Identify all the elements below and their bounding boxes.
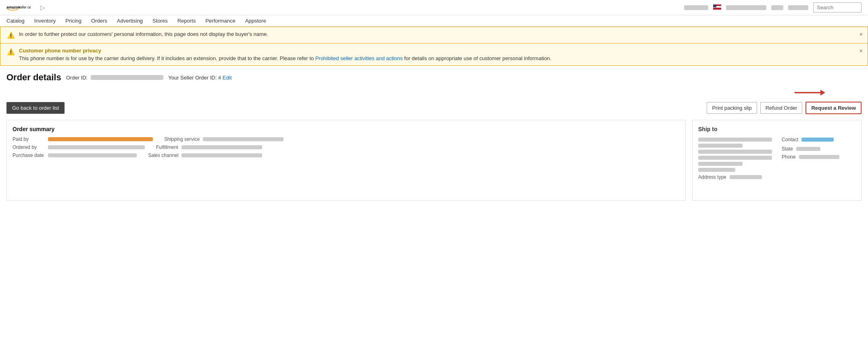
phone-value bbox=[799, 155, 839, 159]
order-summary-row-1: Paid by Shipping service bbox=[13, 136, 680, 142]
state-value bbox=[796, 147, 820, 151]
nav-appstore[interactable]: Appstore bbox=[245, 18, 266, 24]
nav-pricing[interactable]: Pricing bbox=[65, 18, 81, 24]
order-id-value bbox=[91, 75, 163, 80]
svg-text:amazon: amazon bbox=[6, 5, 20, 9]
addr-line-3 bbox=[698, 150, 772, 154]
row1-value-2 bbox=[203, 137, 284, 141]
address-type-value bbox=[730, 175, 762, 179]
alert-phone-content: Customer phone number privacy This phone… bbox=[19, 48, 861, 61]
svg-marker-8 bbox=[820, 90, 825, 95]
row1-label2: Shipping service bbox=[164, 136, 200, 142]
main-content: Order details Order ID: Your Seller Orde… bbox=[0, 66, 868, 201]
alert-phone-close[interactable]: × bbox=[860, 48, 863, 54]
address-type-label: Address type bbox=[698, 174, 726, 180]
order-summary-row-2: Ordered by Fulfillment bbox=[13, 144, 680, 150]
nav-orders[interactable]: Orders bbox=[91, 18, 107, 24]
account-name-blurred bbox=[684, 5, 708, 10]
nav-right: Search bbox=[684, 2, 862, 13]
top-nav: amazon seller central ▷ Search bbox=[0, 0, 868, 15]
alert-phone-banner: ⚠️ Customer phone number privacy This ph… bbox=[0, 44, 868, 66]
alert-privacy-banner: ⚠️ In order to further protect our custo… bbox=[0, 27, 868, 44]
ship-address: Address type bbox=[698, 136, 772, 180]
svg-rect-6 bbox=[713, 4, 716, 7]
arrow-container bbox=[6, 87, 862, 100]
addr-line-6 bbox=[698, 168, 735, 172]
nav-advertising[interactable]: Advertising bbox=[117, 18, 143, 24]
ship-to-columns: Address type Contact State Phone bbox=[698, 136, 855, 180]
row2-value-1 bbox=[48, 145, 145, 149]
order-summary-title: Order summary bbox=[13, 126, 680, 132]
nav-performance[interactable]: Performance bbox=[205, 18, 235, 24]
alert-phone-title: Customer phone number privacy bbox=[19, 48, 853, 54]
action-row: Go back to order list Print packing slip… bbox=[6, 102, 862, 114]
row2-label: Ordered by bbox=[13, 144, 45, 150]
ship-to-panel: Ship to Address type bbox=[692, 120, 862, 201]
secondary-nav: Catalog Inventory Pricing Orders Adverti… bbox=[0, 15, 868, 27]
addr-line-5 bbox=[698, 162, 743, 166]
order-id-label: Order ID: bbox=[66, 75, 88, 81]
warning-icon-1: ⚠️ bbox=[7, 31, 15, 39]
ship-contact: Contact State Phone bbox=[782, 136, 855, 180]
row1-label: Paid by bbox=[13, 136, 45, 142]
flag-icon bbox=[713, 4, 721, 11]
alert-privacy-text: In order to further protect our customer… bbox=[19, 31, 861, 37]
order-summary-row-3: Purchase date Sales channel bbox=[13, 153, 680, 158]
help-blurred bbox=[771, 5, 783, 10]
alert-privacy-close[interactable]: × bbox=[860, 31, 863, 38]
alert-phone-text-after: for details on appropriate use of custom… bbox=[403, 55, 551, 61]
nav-catalog[interactable]: Catalog bbox=[6, 18, 25, 24]
page-header: Order details Order ID: Your Seller Orde… bbox=[6, 72, 862, 83]
logo-area: amazon seller central bbox=[6, 4, 31, 12]
addr-line-4 bbox=[698, 156, 772, 160]
svg-text:seller central: seller central bbox=[19, 5, 31, 9]
row2-label2: Fulfillment bbox=[156, 144, 178, 150]
order-summary-panel: Order summary Paid by Shipping service O… bbox=[6, 120, 686, 201]
addr-line-1 bbox=[698, 138, 772, 142]
row3-value-2 bbox=[182, 153, 262, 157]
nav-reports[interactable]: Reports bbox=[177, 18, 196, 24]
addr-line-2 bbox=[698, 144, 743, 148]
row3-label2: Sales channel bbox=[148, 153, 178, 158]
action-buttons: Print packing slip Refund Order Request … bbox=[707, 102, 862, 114]
request-review-button[interactable]: Request a Review bbox=[805, 102, 862, 114]
order-id-area: Order ID: bbox=[66, 75, 163, 81]
row3-label: Purchase date bbox=[13, 153, 45, 158]
page-title: Order details bbox=[6, 72, 61, 83]
amazon-logo: amazon seller central bbox=[6, 4, 31, 12]
edit-seller-order-link[interactable]: Edit bbox=[223, 75, 232, 81]
settings-blurred bbox=[788, 5, 808, 10]
phone-label: Phone bbox=[782, 154, 796, 160]
red-arrow bbox=[793, 87, 825, 100]
nav-stores[interactable]: Stores bbox=[152, 18, 168, 24]
svg-rect-5 bbox=[713, 8, 721, 10]
ship-to-title: Ship to bbox=[698, 126, 855, 132]
warning-icon-2: ⚠️ bbox=[7, 48, 15, 56]
marketplace-blurred bbox=[726, 5, 766, 10]
nav-inventory[interactable]: Inventory bbox=[34, 18, 56, 24]
order-details-content: Order summary Paid by Shipping service O… bbox=[6, 120, 862, 201]
alert-phone-text-before: This phone number is for use by the carr… bbox=[19, 55, 315, 61]
row2-value-2 bbox=[182, 145, 262, 149]
print-packing-slip-button[interactable]: Print packing slip bbox=[707, 102, 757, 114]
prohibited-activities-link[interactable]: Prohibited seller activities and actions bbox=[315, 55, 403, 61]
pin-icon: ▷ bbox=[40, 4, 45, 11]
contact-value bbox=[801, 138, 834, 142]
contact-label: Contact bbox=[782, 137, 798, 142]
back-to-order-list-button[interactable]: Go back to order list bbox=[6, 102, 65, 114]
seller-order-id: Your Seller Order ID: # Edit bbox=[168, 75, 232, 81]
search-input[interactable]: Search bbox=[813, 2, 862, 13]
row3-value-1 bbox=[48, 153, 137, 157]
state-label: State bbox=[782, 146, 793, 152]
refund-order-button[interactable]: Refund Order bbox=[760, 102, 803, 114]
row1-value-1 bbox=[48, 137, 153, 141]
